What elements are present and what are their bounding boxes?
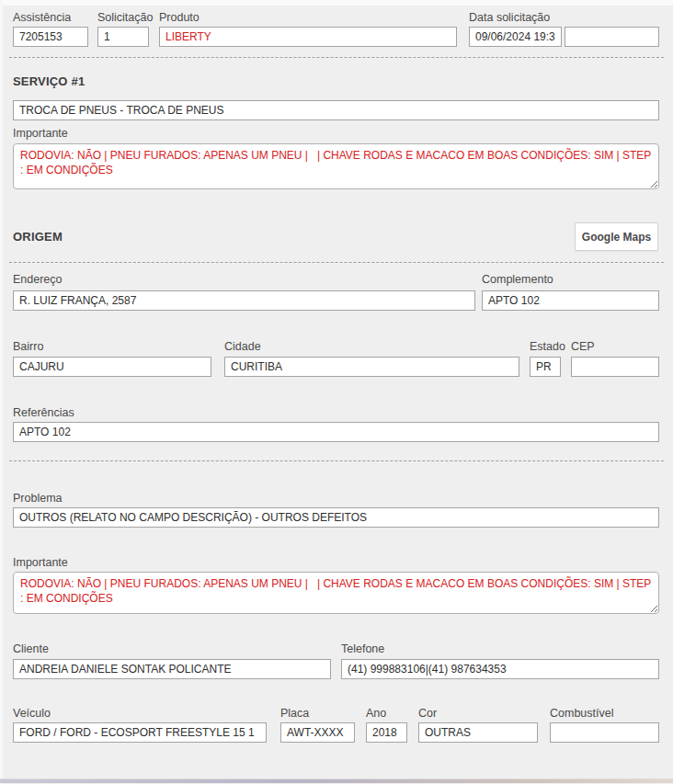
servico-heading: SERVIÇO #1 bbox=[13, 74, 85, 88]
referencias-label: Referências bbox=[13, 406, 74, 419]
divider bbox=[9, 262, 664, 263]
complemento-field[interactable] bbox=[482, 290, 659, 311]
assistencia-field[interactable] bbox=[13, 27, 88, 47]
servico-importante-textarea[interactable]: RODOVIA: NÃO | PNEU FURADOS: APENAS UM P… bbox=[13, 143, 659, 189]
solicitacao-field[interactable] bbox=[97, 27, 149, 47]
left-edge bbox=[0, 0, 3, 784]
problema-label: Problema bbox=[13, 492, 63, 505]
placa-label: Placa bbox=[280, 707, 309, 720]
servico-importante-label: Importante bbox=[13, 127, 68, 140]
cor-label: Cor bbox=[418, 707, 437, 720]
cep-field[interactable] bbox=[571, 357, 659, 377]
produto-label: Produto bbox=[159, 11, 200, 24]
assistance-form: Assistência Solicitação Produto Data sol… bbox=[0, 0, 673, 784]
divider bbox=[9, 460, 664, 461]
complemento-label: Complemento bbox=[482, 273, 553, 286]
cidade-label: Cidade bbox=[224, 340, 261, 353]
ano-label: Ano bbox=[366, 707, 386, 720]
problema-importante-label: Importante bbox=[13, 556, 68, 569]
data-solicitacao-field[interactable] bbox=[469, 27, 562, 47]
google-maps-button[interactable]: Google Maps bbox=[575, 222, 658, 251]
combustivel-field[interactable] bbox=[550, 722, 659, 743]
top-edge bbox=[0, 0, 673, 6]
cliente-label: Cliente bbox=[13, 642, 49, 655]
servico-field[interactable] bbox=[13, 100, 659, 120]
estado-label: Estado bbox=[530, 340, 565, 353]
telefone-label: Telefone bbox=[341, 642, 384, 655]
endereco-field[interactable] bbox=[13, 290, 475, 311]
problema-field[interactable] bbox=[13, 507, 659, 528]
combustivel-label: Combustível bbox=[550, 707, 613, 720]
divider bbox=[9, 57, 664, 58]
assistencia-label: Assistência bbox=[13, 11, 71, 24]
veiculo-field[interactable] bbox=[13, 722, 267, 743]
referencias-field[interactable] bbox=[13, 422, 659, 442]
produto-field[interactable] bbox=[159, 27, 457, 47]
estado-field[interactable] bbox=[530, 357, 561, 377]
problema-importante-textarea[interactable]: RODOVIA: NÃO | PNEU FURADOS: APENAS UM P… bbox=[13, 572, 659, 614]
veiculo-label: Veículo bbox=[13, 707, 51, 720]
bairro-field[interactable] bbox=[13, 357, 211, 377]
data-solicitacao-extra-field[interactable] bbox=[565, 27, 659, 47]
telefone-field[interactable] bbox=[341, 659, 659, 679]
data-solicitacao-label: Data solicitação bbox=[469, 11, 550, 24]
cliente-field[interactable] bbox=[13, 659, 331, 679]
origem-heading: ORIGEM bbox=[13, 230, 63, 244]
bairro-label: Bairro bbox=[13, 340, 43, 353]
cep-label: CEP bbox=[571, 340, 595, 353]
cidade-field[interactable] bbox=[224, 357, 519, 377]
endereco-label: Endereço bbox=[13, 273, 63, 286]
solicitacao-label: Solicitação bbox=[97, 11, 153, 24]
placa-field[interactable] bbox=[280, 722, 355, 743]
bottom-edge bbox=[0, 778, 673, 783]
cor-field[interactable] bbox=[418, 722, 538, 743]
ano-field[interactable] bbox=[366, 722, 407, 743]
